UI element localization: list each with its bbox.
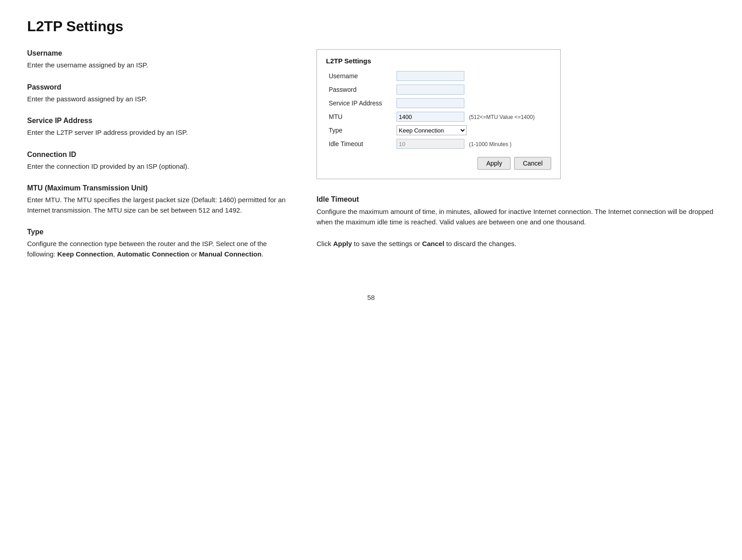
section-title-username: Username: [27, 49, 289, 57]
section-title-service-ip: Service IP Address: [27, 117, 289, 125]
settings-form-table: Username Password Service IP Address: [326, 69, 551, 151]
right-column: L2TP Settings Username Password: [317, 49, 715, 272]
form-row-username: Username: [326, 69, 551, 83]
label-type: Type: [326, 123, 394, 137]
mtu-hint: (512<=MTU Value <=1400): [469, 114, 534, 120]
label-password: Password: [326, 83, 394, 96]
form-row-service-ip: Service IP Address: [326, 96, 551, 110]
section-username: Username Enter the username assigned by …: [27, 49, 289, 71]
label-mtu: MTU: [326, 110, 394, 123]
section-body-connection-id: Enter the connection ID provided by an I…: [27, 161, 289, 172]
button-row: Apply Cancel: [326, 157, 551, 170]
idle-timeout-hint: (1-1000 Minutes ): [469, 141, 511, 147]
section-body-mtu: Enter MTU. The MTU specifies the largest…: [27, 195, 289, 215]
section-connection-id: Connection ID Enter the connection ID pr…: [27, 151, 289, 172]
section-body-type: Configure the connection type between th…: [27, 239, 289, 259]
right-descriptions: Idle Timeout Configure the maximum amoun…: [317, 195, 715, 249]
section-service-ip: Service IP Address Enter the L2TP server…: [27, 117, 289, 138]
section-title-idle-timeout-desc: Idle Timeout: [317, 195, 715, 204]
section-title-connection-id: Connection ID: [27, 151, 289, 159]
label-service-ip: Service IP Address: [326, 96, 394, 110]
section-password: Password Enter the password assigned by …: [27, 83, 289, 104]
input-mtu[interactable]: [397, 112, 464, 122]
form-row-type: Type Keep Connection Automatic Connectio…: [326, 123, 551, 137]
section-title-mtu: MTU (Maximum Transmission Unit): [27, 184, 289, 192]
settings-box-title: L2TP Settings: [326, 57, 551, 65]
page-title: L2TP Settings: [27, 18, 715, 35]
form-row-idle-timeout: Idle Timeout (1-1000 Minutes ): [326, 137, 551, 151]
input-password[interactable]: [397, 85, 464, 95]
section-type: Type Configure the connection type betwe…: [27, 228, 289, 259]
section-body-idle-timeout-desc: Configure the maximum amount of time, in…: [317, 206, 715, 228]
section-idle-timeout-desc: Idle Timeout Configure the maximum amoun…: [317, 195, 715, 228]
form-row-password: Password: [326, 83, 551, 96]
cancel-button[interactable]: Cancel: [514, 157, 551, 170]
section-body-password: Enter the password assigned by an ISP.: [27, 94, 289, 104]
form-row-mtu: MTU (512<=MTU Value <=1400): [326, 110, 551, 123]
apply-button[interactable]: Apply: [477, 157, 510, 170]
section-apply-cancel-desc: Click Apply to save the settings or Canc…: [317, 238, 715, 249]
label-idle-timeout: Idle Timeout: [326, 137, 394, 151]
input-username[interactable]: [397, 71, 464, 81]
left-column: Username Enter the username assigned by …: [27, 49, 289, 272]
section-title-type: Type: [27, 228, 289, 236]
section-title-password: Password: [27, 83, 289, 91]
page-number: 58: [27, 294, 715, 301]
section-mtu: MTU (Maximum Transmission Unit) Enter MT…: [27, 184, 289, 215]
section-body-service-ip: Enter the L2TP server IP address provide…: [27, 128, 289, 138]
settings-box: L2TP Settings Username Password: [317, 49, 561, 179]
input-service-ip[interactable]: [397, 98, 464, 108]
label-username: Username: [326, 69, 394, 83]
section-body-apply-cancel-desc: Click Apply to save the settings or Canc…: [317, 238, 715, 249]
section-body-username: Enter the username assigned by an ISP.: [27, 60, 289, 71]
input-idle-timeout[interactable]: [397, 139, 464, 149]
select-type[interactable]: Keep Connection Automatic Connection Man…: [397, 125, 467, 135]
